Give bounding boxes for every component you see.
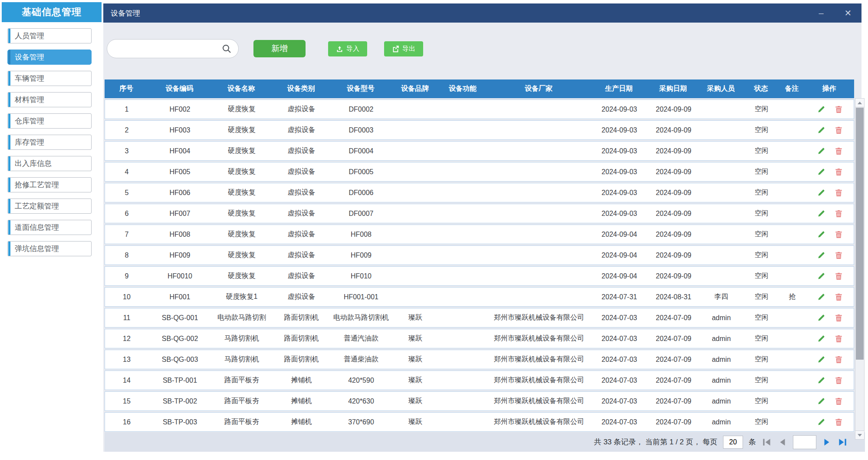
sidebar-item-1[interactable]: 人员管理 — [7, 28, 92, 43]
model-cell: 420*630 — [331, 397, 391, 405]
page-number-input[interactable] — [793, 435, 816, 449]
delete-button[interactable] — [835, 147, 842, 155]
delete-icon — [835, 397, 842, 405]
scroll-up-button[interactable] — [855, 99, 864, 107]
delete-button[interactable] — [835, 356, 842, 364]
purchase-date-cell: 2024-09-09 — [648, 272, 700, 280]
search-icon[interactable] — [221, 43, 232, 54]
delete-button[interactable] — [835, 126, 842, 134]
add-button[interactable]: 新增 — [253, 40, 306, 57]
scroll-down-button[interactable] — [855, 430, 864, 439]
sidebar-item-4[interactable]: 材料管理 — [7, 92, 92, 107]
close-button[interactable]: ✕ — [835, 3, 861, 23]
next-page-button[interactable] — [822, 437, 832, 447]
status-cell: 空闲 — [743, 188, 780, 197]
export-button[interactable]: 导出 — [384, 41, 423, 56]
sidebar-item-2[interactable]: 设备管理 — [7, 50, 92, 65]
edit-button[interactable] — [817, 376, 825, 384]
table-row: 14SB-TP-001路面平板夯摊铺机420*590璨跃郑州市璨跃机械设备有限公… — [105, 371, 854, 390]
edit-button[interactable] — [817, 293, 825, 301]
delete-button[interactable] — [835, 293, 842, 301]
edit-icon — [817, 126, 825, 134]
production-date-cell: 2024-09-04 — [591, 272, 648, 280]
sidebar-item-3[interactable]: 车辆管理 — [7, 71, 92, 86]
brand-cell: 璨跃 — [391, 417, 439, 427]
edit-button[interactable] — [817, 230, 825, 238]
delete-button[interactable] — [835, 189, 842, 197]
category-cell: 虚拟设备 — [272, 146, 331, 156]
table-row: 6HF007硬度恢复虚拟设备DF00072024-09-032024-09-09… — [105, 204, 854, 223]
edit-button[interactable] — [817, 189, 825, 197]
delete-button[interactable] — [835, 377, 842, 384]
edit-button[interactable] — [817, 209, 825, 218]
edit-button[interactable] — [817, 147, 825, 155]
purchaser-cell: admin — [700, 335, 743, 343]
status-cell: 空闲 — [743, 167, 780, 176]
delete-button[interactable] — [835, 314, 842, 322]
production-date-cell: 2024-07-03 — [591, 397, 648, 405]
delete-button[interactable] — [835, 397, 842, 405]
sidebar-item-7[interactable]: 出入库信息 — [7, 156, 92, 171]
edit-button[interactable] — [817, 334, 825, 343]
status-cell: 空闲 — [743, 334, 780, 343]
edit-button[interactable] — [817, 314, 825, 322]
category-cell: 虚拟设备 — [272, 230, 331, 239]
table-row: 5HF006硬度恢复虚拟设备DF00062024-09-032024-09-09… — [105, 183, 854, 202]
delete-button[interactable] — [835, 252, 842, 259]
row-actions — [805, 376, 854, 384]
delete-button[interactable] — [835, 106, 842, 113]
edit-button[interactable] — [817, 251, 825, 259]
model-cell: DF0004 — [331, 147, 391, 155]
edit-button[interactable] — [817, 272, 825, 280]
purchase-date-cell: 2024-09-09 — [648, 168, 700, 176]
first-page-icon — [762, 437, 772, 447]
edit-button[interactable] — [817, 418, 825, 426]
search-input[interactable] — [107, 39, 239, 58]
delete-button[interactable] — [835, 418, 842, 426]
column-header-production-date: 生产日期 — [591, 84, 647, 93]
scrollbar-thumb[interactable] — [856, 108, 864, 360]
edit-button[interactable] — [817, 126, 825, 134]
sidebar-item-9[interactable]: 工艺定额管理 — [7, 199, 92, 214]
sidebar-item-8[interactable]: 抢修工艺管理 — [7, 177, 92, 192]
column-header-code: 设备编码 — [148, 84, 211, 93]
manufacturer-cell: 郑州市璨跃机械设备有限公司 — [487, 334, 591, 343]
sidebar-item-6[interactable]: 库存管理 — [7, 135, 92, 150]
name-cell: 马路切割机 — [211, 355, 272, 364]
edit-button[interactable] — [817, 105, 825, 113]
minimize-button[interactable]: – — [808, 3, 835, 23]
purchase-date-cell: 2024-07-09 — [648, 397, 700, 405]
sidebar-item-5[interactable]: 仓库管理 — [7, 113, 92, 129]
delete-icon — [835, 106, 842, 113]
brand-cell: 璨跃 — [391, 355, 439, 364]
name-cell: 电动款马路切割 — [211, 313, 272, 322]
last-page-button[interactable] — [837, 437, 848, 447]
sidebar-item-10[interactable]: 道面信息管理 — [7, 220, 92, 235]
edit-button[interactable] — [817, 355, 825, 364]
row-actions — [805, 418, 854, 426]
seq-cell: 5 — [105, 189, 148, 197]
table-scrollbar[interactable] — [855, 98, 865, 440]
delete-button[interactable] — [835, 231, 842, 238]
delete-button[interactable] — [835, 335, 842, 343]
model-cell: HF001-001 — [331, 293, 391, 301]
edit-icon — [817, 251, 825, 259]
first-page-button[interactable] — [762, 437, 772, 447]
row-actions — [805, 126, 854, 134]
table-row: 2HF003硬度恢复虚拟设备DF00032024-09-032024-09-09… — [105, 120, 854, 140]
edit-button[interactable] — [817, 168, 825, 176]
import-button[interactable]: 导入 — [328, 41, 367, 56]
page-title: 设备管理 — [111, 8, 140, 18]
delete-button[interactable] — [835, 168, 842, 176]
sidebar-item-accent — [8, 29, 10, 43]
name-cell: 硬度恢复 — [211, 271, 272, 281]
sidebar-item-accent — [8, 220, 10, 235]
sidebar: 人员管理设备管理车辆管理材料管理仓库管理库存管理出入库信息抢修工艺管理工艺定额管… — [2, 22, 102, 460]
prev-page-button[interactable] — [778, 437, 787, 447]
sidebar-item-11[interactable]: 弹坑信息管理 — [7, 241, 92, 256]
page-size-input[interactable] — [723, 436, 743, 449]
edit-button[interactable] — [817, 397, 825, 405]
delete-button[interactable] — [835, 272, 842, 280]
seq-cell: 7 — [105, 231, 148, 238]
delete-button[interactable] — [835, 210, 842, 218]
